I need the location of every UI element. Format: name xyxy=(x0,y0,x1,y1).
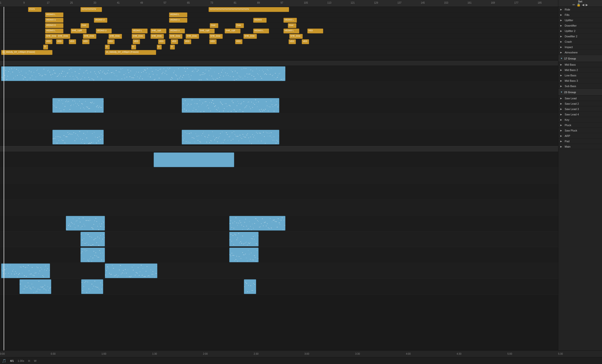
drum-clip-7-3[interactable]: O xyxy=(157,45,162,50)
drum-clip-3-0[interactable]: VEDM3 D xyxy=(45,23,64,28)
play-icon[interactable]: ▶ xyxy=(560,13,563,16)
height-button[interactable]: H xyxy=(28,359,30,362)
drum-clip-6-10[interactable]: VED xyxy=(235,39,242,44)
drum-clip-4-1[interactable]: SHE_Uplif xyxy=(71,29,86,33)
play-icon[interactable]: ▶ xyxy=(560,129,563,132)
sidebar-item-key[interactable]: ▶Key xyxy=(558,117,602,122)
synth-clip-14-0[interactable] xyxy=(1,264,50,278)
drum-clip-5-3[interactable]: SHE_Dow xyxy=(108,34,122,39)
drum-clip-4-8[interactable]: VEDM3 L xyxy=(253,29,269,33)
drum-clip-3-1[interactable]: Over xyxy=(80,23,89,28)
drum-clip-6-11[interactable]: VED xyxy=(289,39,296,44)
play-icon[interactable]: ▶ xyxy=(560,113,563,116)
drum-clip-6-7[interactable]: VED xyxy=(171,39,178,44)
sidebar-item-impact[interactable]: ▶Impact xyxy=(558,44,602,50)
synth-clip-1-0[interactable] xyxy=(1,66,285,81)
play-icon[interactable]: ▶ xyxy=(560,145,563,148)
drum-clip-5-6[interactable]: SHE_Dow xyxy=(169,34,183,39)
sidebar-item-uplifter-2[interactable]: ▶Uplifter 2 xyxy=(558,28,602,34)
play-icon[interactable]: ▶ xyxy=(560,74,563,77)
sidebar-item-saw-lead-2[interactable]: ▶Saw Lead 2 xyxy=(558,101,602,106)
synth-clip-13-1[interactable] xyxy=(229,248,258,262)
synth-clip-3-0[interactable] xyxy=(53,98,104,113)
play-icon[interactable]: ▶ xyxy=(560,24,563,27)
sidebar-item-saw-lead[interactable]: ▶Saw Lead xyxy=(558,96,602,101)
sidebar-item-downlifter[interactable]: ▶Downlifter xyxy=(558,23,602,28)
sidebar-item-crash[interactable]: ▶Crash xyxy=(558,39,602,44)
synth-clip-15-2[interactable] xyxy=(244,279,256,294)
synth-clip-5-1[interactable] xyxy=(182,130,279,144)
sidebar-item-ride[interactable]: ▶Ride xyxy=(558,7,602,12)
sidebar-item-saw-pluck[interactable]: ▶Saw Pluck xyxy=(558,128,602,133)
play-icon[interactable]: ▶ xyxy=(560,8,563,11)
drum-clip-4-5[interactable]: VEDM3 U xyxy=(169,29,185,33)
drum-clip-1-1[interactable]: VEDM3 L xyxy=(169,12,187,17)
drum-clip-5-1[interactable]: SHE_Dow xyxy=(57,34,70,39)
drum-clip-2-4[interactable]: VEDM3 L xyxy=(283,18,297,23)
drum-clip-4-3[interactable]: VEDM3 L xyxy=(132,29,148,33)
drum-clip-6-8[interactable]: VED xyxy=(184,39,191,44)
play-icon[interactable]: ▶ xyxy=(560,63,563,66)
drum-clip-8-1[interactable]: 15_Melody_D#_135bpm (Freeze) xyxy=(105,50,156,55)
play-icon[interactable]: ▶ xyxy=(560,69,563,72)
synth-clip-13-0[interactable] xyxy=(80,248,105,262)
play-icon[interactable]: ▶ xyxy=(560,134,563,137)
tracks-canvas[interactable]: VVVVVVVVVVVVVVVVVVVVVVVVVVVVVVVVVVVVVVVV… xyxy=(0,7,558,350)
sidebar-item-23-group[interactable]: ▼23 Group xyxy=(558,89,602,96)
drum-clip-5-8[interactable]: SHE_Dow xyxy=(209,34,223,39)
pencil-icon[interactable]: ✏ xyxy=(572,3,575,7)
play-icon[interactable]: ▶ xyxy=(560,46,563,49)
play-icon[interactable]: ▶ xyxy=(560,30,563,32)
synth-clip-5-0[interactable] xyxy=(53,130,104,144)
drum-clip-5-7[interactable]: SHE_Dow xyxy=(186,34,199,39)
sidebar-item-mid-bass-3[interactable]: ▶Mid Bass 3 xyxy=(558,78,602,84)
play-icon[interactable]: ▶ xyxy=(560,85,563,88)
synth-clip-15-1[interactable] xyxy=(81,279,103,294)
drum-clip-6-0[interactable]: VED xyxy=(45,39,53,44)
sidebar-item-17-group[interactable]: ▼17 Group xyxy=(558,55,602,62)
drum-clip-1-0[interactable]: VEDM3 L xyxy=(45,12,64,17)
sidebar-item-dowlifter-2[interactable]: ▶Dowlifter 2 xyxy=(558,34,602,39)
drum-clip-6-3[interactable]: VED xyxy=(82,39,89,44)
play-icon[interactable]: ▶ xyxy=(560,35,563,38)
drum-clip-2-2[interactable]: VEDM3 U xyxy=(169,18,187,23)
play-icon[interactable]: ▶ xyxy=(560,51,563,54)
sidebar-item-main[interactable]: ▶Main xyxy=(558,144,602,149)
drum-clip-0-2[interactable]: VVVVVVVVVVVVVVVVVVVVVVVVVVV xyxy=(209,7,289,12)
sidebar-item-pluck[interactable]: ▶Pluck xyxy=(558,122,602,128)
arrow-right-icon[interactable]: ▶ xyxy=(586,3,588,7)
play-icon[interactable]: ▶ xyxy=(560,19,563,22)
synth-clip-3-1[interactable] xyxy=(182,98,279,113)
synth-clip-7-0[interactable] xyxy=(154,152,234,167)
drum-clip-5-4[interactable]: SHE_Dow xyxy=(132,34,145,39)
drum-clip-3-3[interactable]: Over xyxy=(235,23,244,28)
drum-clip-0-0[interactable]: VVVV xyxy=(28,7,42,12)
synth-clip-14-1[interactable] xyxy=(105,264,157,278)
play-icon[interactable]: ▶ xyxy=(560,124,563,127)
drum-clip-6-2[interactable]: VED xyxy=(69,39,76,44)
drum-clip-5-0[interactable]: SHE_Dow xyxy=(45,34,59,39)
drum-clip-4-4[interactable]: SHE_Upli xyxy=(150,29,166,33)
drum-clip-3-2[interactable]: Over xyxy=(210,23,218,28)
play-icon[interactable]: ▶ xyxy=(560,40,563,43)
drum-clip-4-0[interactable]: VEDM3 L xyxy=(45,29,64,33)
synth-clip-11-0[interactable] xyxy=(66,216,105,231)
play-icon[interactable]: ▶ xyxy=(560,102,563,105)
drum-clip-6-9[interactable]: VED xyxy=(209,39,217,44)
sidebar-item-arp[interactable]: ▶ARP xyxy=(558,133,602,139)
sidebar-item-uplifter[interactable]: ▶Uplifter xyxy=(558,18,602,23)
drum-clip-7-2[interactable]: O xyxy=(131,45,136,50)
sidebar-item-saw-lead-4[interactable]: ▶Saw Lead 4 xyxy=(558,112,602,117)
drum-clip-2-1[interactable]: VEDM3 U xyxy=(94,18,107,23)
drum-clip-0-1[interactable]: VVVVVVVVVV xyxy=(80,7,102,12)
drum-clip-4-2[interactable]: VEDM3 U xyxy=(96,29,112,33)
drum-clip-5-10[interactable]: SHE_Dow xyxy=(289,34,303,39)
drum-clip-4-6[interactable]: SHE_Upli xyxy=(199,29,215,33)
drum-clip-5-2[interactable]: SHE_Dow xyxy=(83,34,96,39)
drum-clip-4-7[interactable]: SHE_Upli xyxy=(225,29,240,33)
sidebar-item-low-bass[interactable]: ▶Low Bass xyxy=(558,73,602,78)
drum-clip-6-5[interactable]: VED xyxy=(133,39,140,44)
drum-clip-4-10[interactable]: VED xyxy=(307,29,323,33)
synth-clip-15-0[interactable] xyxy=(20,279,51,294)
drum-clip-3-4[interactable]: Over xyxy=(288,23,296,28)
